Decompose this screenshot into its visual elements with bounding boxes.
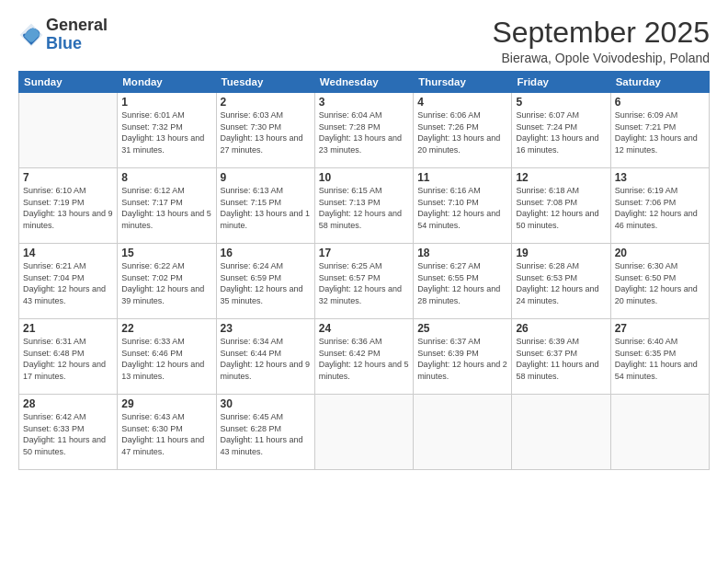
- calendar-cell: 6Sunrise: 6:09 AMSunset: 7:21 PMDaylight…: [610, 93, 709, 168]
- cell-info: Sunrise: 6:09 AMSunset: 7:21 PMDaylight:…: [615, 109, 705, 155]
- calendar-cell: 18Sunrise: 6:27 AMSunset: 6:55 PMDayligh…: [414, 244, 512, 319]
- day-number: 8: [121, 171, 211, 184]
- day-number: 24: [319, 322, 409, 335]
- day-number: 27: [615, 322, 705, 335]
- day-number: 15: [121, 247, 211, 259]
- day-number: 23: [221, 322, 311, 335]
- day-number: 12: [516, 171, 606, 184]
- day-number: 13: [615, 171, 705, 184]
- calendar-cell: 5Sunrise: 6:07 AMSunset: 7:24 PMDaylight…: [512, 93, 610, 168]
- calendar-cell: 25Sunrise: 6:37 AMSunset: 6:39 PMDayligh…: [414, 319, 512, 395]
- cell-info: Sunrise: 6:28 AMSunset: 6:53 PMDaylight:…: [516, 260, 606, 306]
- day-number: 30: [221, 397, 311, 410]
- day-number: 6: [615, 96, 705, 109]
- day-number: 20: [615, 247, 705, 259]
- location-subtitle: Bierawa, Opole Voivodeship, Poland: [492, 51, 710, 65]
- cell-info: Sunrise: 6:42 AMSunset: 6:33 PMDaylight:…: [23, 411, 113, 457]
- logo-blue: Blue: [46, 35, 108, 53]
- calendar-cell: 4Sunrise: 6:06 AMSunset: 7:26 PMDaylight…: [414, 93, 512, 168]
- calendar-cell: 20Sunrise: 6:30 AMSunset: 6:50 PMDayligh…: [610, 244, 709, 319]
- calendar-cell: [610, 395, 709, 470]
- cell-info: Sunrise: 6:06 AMSunset: 7:26 PMDaylight:…: [417, 109, 507, 155]
- cell-info: Sunrise: 6:21 AMSunset: 7:04 PMDaylight:…: [23, 260, 113, 306]
- calendar-cell: 8Sunrise: 6:12 AMSunset: 7:17 PMDaylight…: [118, 168, 216, 244]
- day-number: 4: [417, 96, 507, 109]
- day-number: 18: [417, 247, 507, 259]
- calendar-week-0: 1Sunrise: 6:01 AMSunset: 7:32 PMDaylight…: [19, 93, 710, 168]
- col-thursday: Thursday: [414, 72, 512, 93]
- calendar-cell: [512, 395, 610, 470]
- day-number: 5: [516, 96, 606, 109]
- col-friday: Friday: [512, 72, 610, 93]
- calendar-cell: 7Sunrise: 6:10 AMSunset: 7:19 PMDaylight…: [19, 168, 118, 244]
- cell-info: Sunrise: 6:37 AMSunset: 6:39 PMDaylight:…: [417, 336, 507, 382]
- cell-info: Sunrise: 6:30 AMSunset: 6:50 PMDaylight:…: [615, 260, 705, 306]
- cell-info: Sunrise: 6:15 AMSunset: 7:13 PMDaylight:…: [319, 185, 409, 231]
- cell-info: Sunrise: 6:43 AMSunset: 6:30 PMDaylight:…: [121, 411, 211, 457]
- day-number: 3: [319, 96, 409, 109]
- day-number: 19: [516, 247, 606, 259]
- cell-info: Sunrise: 6:13 AMSunset: 7:15 PMDaylight:…: [221, 185, 311, 231]
- calendar-table: Sunday Monday Tuesday Wednesday Thursday…: [18, 71, 710, 470]
- col-saturday: Saturday: [610, 72, 709, 93]
- calendar-cell: 14Sunrise: 6:21 AMSunset: 7:04 PMDayligh…: [19, 244, 118, 319]
- day-number: 16: [221, 247, 311, 259]
- header-row: Sunday Monday Tuesday Wednesday Thursday…: [19, 72, 710, 93]
- calendar-week-4: 28Sunrise: 6:42 AMSunset: 6:33 PMDayligh…: [19, 395, 710, 470]
- calendar-cell: [314, 395, 413, 470]
- calendar-cell: 23Sunrise: 6:34 AMSunset: 6:44 PMDayligh…: [216, 319, 314, 395]
- day-number: 25: [417, 322, 507, 335]
- cell-info: Sunrise: 6:24 AMSunset: 6:59 PMDaylight:…: [221, 260, 311, 306]
- cell-info: Sunrise: 6:10 AMSunset: 7:19 PMDaylight:…: [23, 185, 113, 231]
- calendar-cell: 12Sunrise: 6:18 AMSunset: 7:08 PMDayligh…: [512, 168, 610, 244]
- cell-info: Sunrise: 6:31 AMSunset: 6:48 PMDaylight:…: [23, 336, 113, 382]
- logo-icon: [18, 22, 44, 48]
- calendar-week-1: 7Sunrise: 6:10 AMSunset: 7:19 PMDaylight…: [19, 168, 710, 244]
- calendar-cell: 26Sunrise: 6:39 AMSunset: 6:37 PMDayligh…: [512, 319, 610, 395]
- cell-info: Sunrise: 6:01 AMSunset: 7:32 PMDaylight:…: [121, 109, 211, 155]
- col-sunday: Sunday: [19, 72, 118, 93]
- cell-info: Sunrise: 6:45 AMSunset: 6:28 PMDaylight:…: [221, 411, 311, 457]
- calendar-week-3: 21Sunrise: 6:31 AMSunset: 6:48 PMDayligh…: [19, 319, 710, 395]
- cell-info: Sunrise: 6:16 AMSunset: 7:10 PMDaylight:…: [417, 185, 507, 231]
- day-number: 1: [121, 96, 211, 109]
- page: General Blue September 2025 Bierawa, Opo…: [0, 0, 728, 563]
- calendar-cell: 29Sunrise: 6:43 AMSunset: 6:30 PMDayligh…: [118, 395, 216, 470]
- day-number: 7: [23, 171, 113, 184]
- calendar-cell: 2Sunrise: 6:03 AMSunset: 7:30 PMDaylight…: [216, 93, 314, 168]
- cell-info: Sunrise: 6:18 AMSunset: 7:08 PMDaylight:…: [516, 185, 606, 231]
- cell-info: Sunrise: 6:07 AMSunset: 7:24 PMDaylight:…: [516, 109, 606, 155]
- cell-info: Sunrise: 6:19 AMSunset: 7:06 PMDaylight:…: [615, 185, 705, 231]
- cell-info: Sunrise: 6:40 AMSunset: 6:35 PMDaylight:…: [615, 336, 705, 382]
- day-number: 2: [221, 96, 311, 109]
- calendar-cell: 19Sunrise: 6:28 AMSunset: 6:53 PMDayligh…: [512, 244, 610, 319]
- calendar-cell: 3Sunrise: 6:04 AMSunset: 7:28 PMDaylight…: [314, 93, 413, 168]
- calendar-cell: 16Sunrise: 6:24 AMSunset: 6:59 PMDayligh…: [216, 244, 314, 319]
- day-number: 17: [319, 247, 409, 259]
- day-number: 29: [121, 397, 211, 410]
- calendar-cell: 28Sunrise: 6:42 AMSunset: 6:33 PMDayligh…: [19, 395, 118, 470]
- cell-info: Sunrise: 6:03 AMSunset: 7:30 PMDaylight:…: [221, 109, 311, 155]
- header: General Blue September 2025 Bierawa, Opo…: [18, 17, 710, 65]
- cell-info: Sunrise: 6:27 AMSunset: 6:55 PMDaylight:…: [417, 260, 507, 306]
- day-number: 26: [516, 322, 606, 335]
- cell-info: Sunrise: 6:12 AMSunset: 7:17 PMDaylight:…: [121, 185, 211, 231]
- day-number: 10: [319, 171, 409, 184]
- day-number: 9: [221, 171, 311, 184]
- calendar-cell: 30Sunrise: 6:45 AMSunset: 6:28 PMDayligh…: [216, 395, 314, 470]
- calendar-cell: 24Sunrise: 6:36 AMSunset: 6:42 PMDayligh…: [314, 319, 413, 395]
- col-tuesday: Tuesday: [216, 72, 314, 93]
- cell-info: Sunrise: 6:04 AMSunset: 7:28 PMDaylight:…: [319, 109, 409, 155]
- day-number: 28: [23, 397, 113, 410]
- calendar-week-2: 14Sunrise: 6:21 AMSunset: 7:04 PMDayligh…: [19, 244, 710, 319]
- calendar-cell: [19, 93, 118, 168]
- calendar-cell: 11Sunrise: 6:16 AMSunset: 7:10 PMDayligh…: [414, 168, 512, 244]
- calendar-cell: 9Sunrise: 6:13 AMSunset: 7:15 PMDaylight…: [216, 168, 314, 244]
- calendar-cell: 22Sunrise: 6:33 AMSunset: 6:46 PMDayligh…: [118, 319, 216, 395]
- calendar-cell: 13Sunrise: 6:19 AMSunset: 7:06 PMDayligh…: [610, 168, 709, 244]
- cell-info: Sunrise: 6:33 AMSunset: 6:46 PMDaylight:…: [121, 336, 211, 382]
- day-number: 21: [23, 322, 113, 335]
- calendar-cell: 17Sunrise: 6:25 AMSunset: 6:57 PMDayligh…: [314, 244, 413, 319]
- calendar-cell: 21Sunrise: 6:31 AMSunset: 6:48 PMDayligh…: [19, 319, 118, 395]
- day-number: 22: [121, 322, 211, 335]
